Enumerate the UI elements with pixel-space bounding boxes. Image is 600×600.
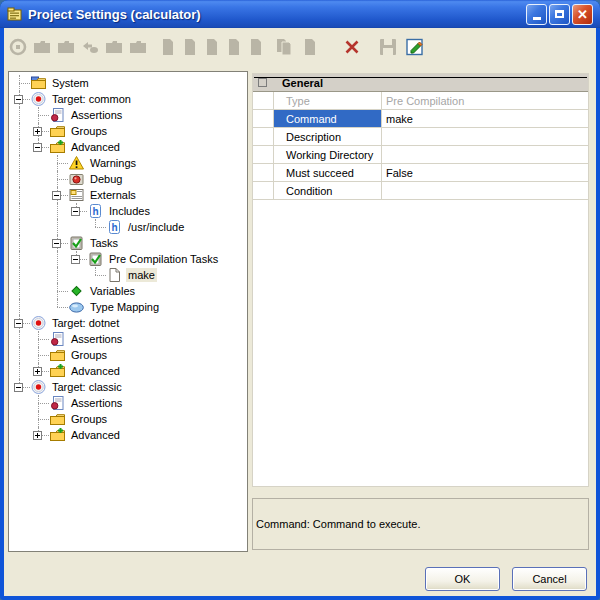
collapse-icon[interactable] <box>68 203 87 219</box>
property-value[interactable]: Pre Compilation <box>382 92 588 109</box>
tree-item-label: Assertions <box>69 396 124 410</box>
assertions-icon <box>49 395 66 411</box>
tree-item--usr-include[interactable]: h/usr/include <box>9 219 247 235</box>
property-row-must-succeed[interactable]: Must succeedFalse <box>253 164 588 182</box>
collapse-group-icon[interactable] <box>258 78 267 87</box>
property-help-text: Command: Command to execute. <box>256 518 420 530</box>
window-title: Project Settings (calculator) <box>28 7 526 22</box>
tree-item-target-dotnet[interactable]: Target: dotnet <box>9 315 247 331</box>
new-variable-icon <box>202 37 222 57</box>
property-help-box: Command: Command to execute. <box>252 498 589 550</box>
cancel-button[interactable]: Cancel <box>512 567 587 591</box>
tree-item-variables[interactable]: Variables <box>9 283 247 299</box>
expand-icon[interactable] <box>30 427 49 443</box>
advanced-icon <box>49 427 66 443</box>
new-advanced-icon <box>104 37 124 57</box>
tree-connector <box>49 171 68 187</box>
property-name[interactable]: Must succeed <box>274 164 382 181</box>
svg-text:h: h <box>92 206 98 217</box>
property-row-margin <box>253 110 274 127</box>
toolbar <box>4 28 596 66</box>
tree-item-groups[interactable]: Groups <box>9 123 247 139</box>
tree-item-label: Includes <box>107 204 152 218</box>
property-rows: TypePre CompilationCommandmakeDescriptio… <box>253 92 588 200</box>
new-target-icon <box>8 37 28 57</box>
tree-item-warnings[interactable]: Warnings <box>9 155 247 171</box>
tree-item-externals[interactable]: Externals <box>9 187 247 203</box>
expand-icon[interactable] <box>30 363 49 379</box>
property-row-type: TypePre Compilation <box>253 92 588 110</box>
tree-item-advanced[interactable]: Advanced <box>9 363 247 379</box>
tree-item-label: Advanced <box>69 364 122 378</box>
settings-tree[interactable]: SystemTarget: commonAssertionsGroupsAdva… <box>8 71 248 552</box>
tree-item-label: Variables <box>88 284 137 298</box>
maximize-button[interactable] <box>549 4 570 25</box>
tree-item-pre-compilation-tasks[interactable]: Pre Compilation Tasks <box>9 251 247 267</box>
tasks-icon <box>68 235 85 251</box>
collapse-icon[interactable] <box>68 251 87 267</box>
tree-item-debug[interactable]: Debug <box>9 171 247 187</box>
tree-item-target-common[interactable]: Target: common <box>9 91 247 107</box>
property-value[interactable] <box>382 146 588 163</box>
minimize-button[interactable] <box>526 4 547 25</box>
expand-icon[interactable] <box>30 123 49 139</box>
property-row-command[interactable]: Commandmake <box>253 110 588 128</box>
edit-icon[interactable] <box>406 37 426 57</box>
tree-item-label: Advanced <box>69 428 122 442</box>
titlebar[interactable]: Project Settings (calculator) ✕ <box>0 0 600 28</box>
ok-button[interactable]: OK <box>425 567 500 591</box>
file-icon <box>106 267 123 283</box>
property-grid[interactable]: General TypePre CompilationCommandmakeDe… <box>252 73 589 487</box>
assertions-icon <box>49 107 66 123</box>
property-row-working-directory[interactable]: Working Directory <box>253 146 588 164</box>
tree-item-groups[interactable]: Groups <box>9 347 247 363</box>
delete-icon[interactable] <box>342 37 362 57</box>
collapse-icon[interactable] <box>49 187 68 203</box>
property-group-title: General <box>282 77 323 89</box>
property-value[interactable]: False <box>382 164 588 181</box>
property-name[interactable]: Condition <box>274 182 382 199</box>
tree-item-make[interactable]: make <box>9 267 247 283</box>
property-value[interactable]: make <box>382 110 588 127</box>
tree-item-groups[interactable]: Groups <box>9 411 247 427</box>
property-value[interactable] <box>382 128 588 145</box>
tree-item-assertions[interactable]: Assertions <box>9 107 247 123</box>
property-name[interactable]: Command <box>274 110 382 127</box>
property-name[interactable]: Type <box>274 92 382 109</box>
warning-icon <box>68 155 85 171</box>
tree-item-system[interactable]: System <box>9 75 247 91</box>
target-icon <box>30 91 47 107</box>
move-item-icon <box>80 37 100 57</box>
tree-item-includes[interactable]: hIncludes <box>9 203 247 219</box>
tree-item-assertions[interactable]: Assertions <box>9 395 247 411</box>
close-button[interactable]: ✕ <box>572 4 593 25</box>
tree-item-label: /usr/include <box>126 220 186 234</box>
externals-icon <box>68 187 85 203</box>
tree-item-target-classic[interactable]: Target: classic <box>9 379 247 395</box>
property-row-condition[interactable]: Condition <box>253 182 588 200</box>
collapse-icon[interactable] <box>11 379 30 395</box>
property-name[interactable]: Description <box>274 128 382 145</box>
project-settings-icon <box>7 6 23 22</box>
collapse-icon[interactable] <box>30 139 49 155</box>
paste-icon <box>300 37 320 57</box>
tree-item-advanced[interactable]: Advanced <box>9 427 247 443</box>
collapse-icon[interactable] <box>11 315 30 331</box>
dialog-client-area: SystemTarget: commonAssertionsGroupsAdva… <box>4 28 596 596</box>
collapse-icon[interactable] <box>11 91 30 107</box>
tree-item-label: Tasks <box>88 236 120 250</box>
tree-item-type-mapping[interactable]: Type Mapping <box>9 299 247 315</box>
property-group-header[interactable]: General <box>253 74 588 92</box>
property-row-description[interactable]: Description <box>253 128 588 146</box>
folder-icon <box>49 123 66 139</box>
variable-icon <box>68 283 85 299</box>
property-name[interactable]: Working Directory <box>274 146 382 163</box>
tree-connector <box>30 107 49 123</box>
property-value[interactable] <box>382 182 588 199</box>
tree-item-advanced[interactable]: Advanced <box>9 139 247 155</box>
collapse-icon[interactable] <box>49 235 68 251</box>
tree-item-tasks[interactable]: Tasks <box>9 235 247 251</box>
new-assertion-icon <box>32 37 52 57</box>
tree-item-assertions[interactable]: Assertions <box>9 331 247 347</box>
include-icon: h <box>106 219 123 235</box>
